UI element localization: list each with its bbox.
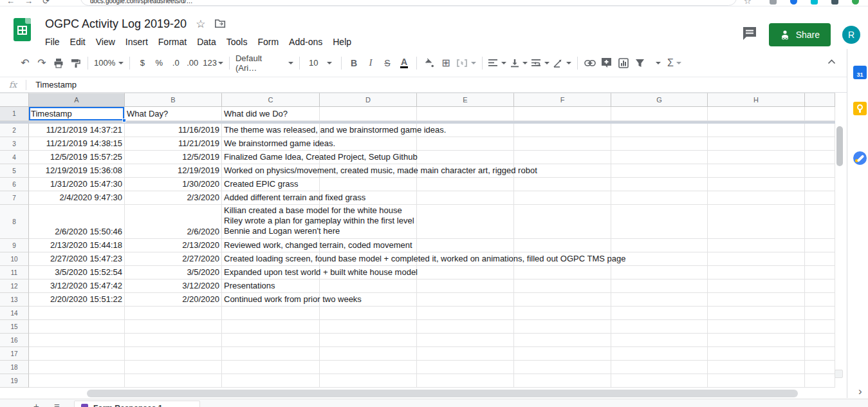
cell-H10[interactable] — [708, 252, 805, 266]
cell-C6[interactable]: Created EPIC grass — [222, 178, 320, 191]
text-rotation-select[interactable] — [551, 54, 573, 72]
cell-B1[interactable]: What Day? — [125, 107, 222, 121]
cell-E19[interactable] — [417, 374, 514, 388]
paint-format-button[interactable] — [67, 54, 84, 72]
cell-H18[interactable] — [708, 361, 805, 374]
cell-E15[interactable] — [417, 320, 514, 334]
cell-B9[interactable]: 2/13/2020 — [125, 239, 222, 252]
cell-I7[interactable] — [805, 191, 835, 205]
menu-data[interactable]: Data — [192, 35, 221, 49]
cell-I6[interactable] — [805, 178, 835, 191]
more-formats-button[interactable]: 123 — [201, 54, 225, 72]
cell-A6[interactable]: 1/31/2020 15:47:30 — [29, 178, 125, 191]
cell-I5[interactable] — [805, 164, 835, 178]
cell-H9[interactable] — [708, 239, 805, 252]
bold-button[interactable]: B — [346, 54, 362, 72]
cell-F15[interactable] — [514, 320, 611, 334]
cell-G15[interactable] — [611, 320, 708, 334]
cell-F11[interactable] — [514, 266, 611, 279]
insert-link-button[interactable] — [582, 54, 598, 72]
cell-D1[interactable] — [320, 107, 417, 121]
cell-B18[interactable] — [125, 361, 222, 374]
text-wrap-select[interactable] — [530, 54, 551, 72]
column-header-C[interactable]: C — [222, 93, 320, 107]
menu-help[interactable]: Help — [328, 35, 356, 49]
text-color-button[interactable]: A — [396, 54, 412, 72]
cell-B14[interactable] — [125, 307, 222, 320]
cell-G1[interactable] — [611, 107, 708, 121]
row-header-16[interactable]: 16 — [0, 334, 29, 347]
scroll-down-button[interactable] — [835, 370, 843, 378]
column-header-G[interactable]: G — [611, 93, 708, 107]
cell-B15[interactable] — [125, 320, 222, 334]
cell-G4[interactable] — [611, 151, 708, 164]
cell-G3[interactable] — [611, 137, 708, 151]
fill-handle[interactable] — [122, 118, 126, 122]
cell-F12[interactable] — [514, 279, 611, 293]
menu-format[interactable]: Format — [153, 35, 192, 49]
formula-bar[interactable]: fx Timestamp — [0, 77, 847, 93]
cell-H2[interactable] — [708, 124, 805, 137]
row-header-2[interactable]: 2 — [0, 124, 29, 137]
row-header-13[interactable]: 13 — [0, 293, 29, 307]
cell-A10[interactable]: 2/27/2020 15:47:23 — [29, 252, 125, 266]
cell-B17[interactable] — [125, 347, 222, 361]
browser-forward-icon[interactable]: → — [24, 0, 33, 6]
cell-H16[interactable] — [708, 334, 805, 347]
cell-G2[interactable] — [611, 124, 708, 137]
extension-icon[interactable] — [790, 0, 797, 5]
all-sheets-icon[interactable]: ≡ — [54, 401, 60, 407]
doc-title[interactable]: OGPC Activity Log 2019-20 — [45, 17, 187, 31]
cell-H14[interactable] — [708, 307, 805, 320]
collapse-toolbar-icon[interactable] — [827, 57, 836, 66]
horizontal-scrollbar-thumb[interactable] — [87, 390, 798, 397]
font-select[interactable]: Default (Ari… — [234, 54, 295, 72]
cell-G7[interactable] — [611, 191, 708, 205]
cell-C8[interactable]: Killian created a base model for the whi… — [222, 205, 320, 239]
cell-E11[interactable] — [417, 266, 514, 279]
cell-H8[interactable] — [708, 205, 805, 239]
cell-A4[interactable]: 12/5/2019 15:57:25 — [29, 151, 125, 164]
cell-F9[interactable] — [514, 239, 611, 252]
decrease-decimal-button[interactable]: .0 — [167, 54, 184, 72]
row-header-14[interactable]: 14 — [0, 307, 29, 320]
cell-B16[interactable] — [125, 334, 222, 347]
cell-H4[interactable] — [708, 151, 805, 164]
cell-G5[interactable] — [611, 164, 708, 178]
cell-E12[interactable] — [417, 279, 514, 293]
cell-C13[interactable]: Continued work from prior two weeks — [222, 293, 320, 307]
cell-I12[interactable] — [805, 279, 835, 293]
menu-view[interactable]: View — [91, 35, 120, 49]
cell-D12[interactable] — [320, 279, 417, 293]
cell-H17[interactable] — [708, 347, 805, 361]
menu-form[interactable]: Form — [252, 35, 284, 49]
column-header-A[interactable]: A — [29, 93, 125, 107]
menu-edit[interactable]: Edit — [65, 35, 91, 49]
cell-A19[interactable] — [29, 374, 125, 388]
cell-E8[interactable] — [417, 205, 514, 239]
cell-D6[interactable] — [320, 178, 417, 191]
cell-I18[interactable] — [805, 361, 835, 374]
increase-decimal-button[interactable]: .00 — [184, 54, 201, 72]
cell-F7[interactable] — [514, 191, 611, 205]
cell-H19[interactable] — [708, 374, 805, 388]
cell-B13[interactable]: 2/20/2020 — [125, 293, 222, 307]
formula-input[interactable]: Timestamp — [35, 80, 77, 90]
cell-E18[interactable] — [417, 361, 514, 374]
account-avatar[interactable]: R — [842, 26, 860, 44]
cell-A18[interactable] — [29, 361, 125, 374]
cell-G11[interactable] — [611, 266, 708, 279]
print-button[interactable] — [50, 54, 67, 72]
row-header-12[interactable]: 12 — [0, 279, 29, 293]
row-header-5[interactable]: 5 — [0, 164, 29, 178]
cell-F16[interactable] — [514, 334, 611, 347]
cell-G6[interactable] — [611, 178, 708, 191]
fill-color-button[interactable] — [421, 54, 438, 72]
cell-B2[interactable]: 11/16/2019 — [125, 124, 222, 137]
cell-G14[interactable] — [611, 307, 708, 320]
cell-C19[interactable] — [222, 374, 320, 388]
sheets-logo-icon[interactable] — [14, 18, 31, 41]
cell-F13[interactable] — [514, 293, 611, 307]
extension-icon[interactable] — [831, 0, 838, 5]
hide-side-panel-icon[interactable]: › — [858, 385, 862, 398]
